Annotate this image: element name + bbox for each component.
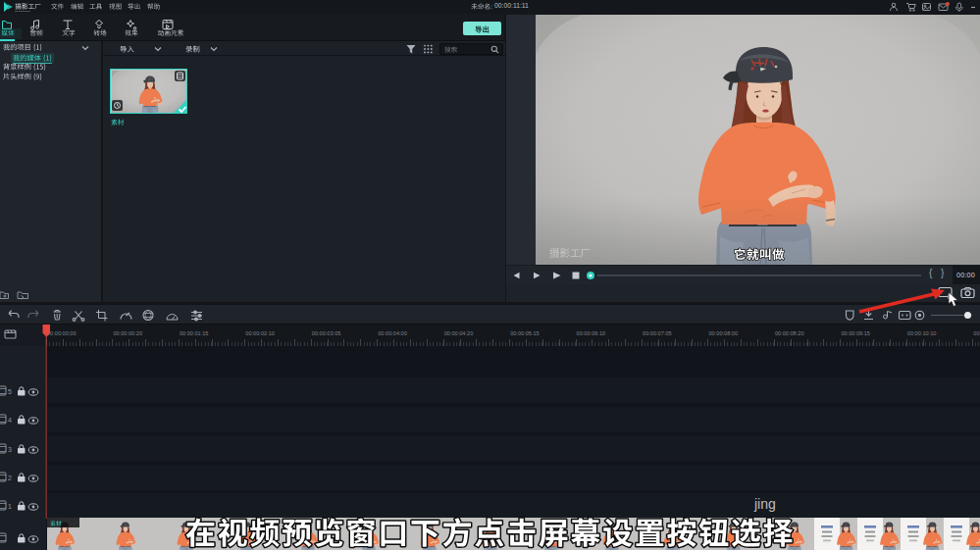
svg-text:1: 1 bbox=[8, 503, 12, 510]
svg-text:3: 3 bbox=[8, 446, 12, 453]
svg-text:2: 2 bbox=[8, 475, 12, 481]
svg-text:5: 5 bbox=[8, 388, 12, 395]
svg-text:4: 4 bbox=[8, 417, 12, 424]
